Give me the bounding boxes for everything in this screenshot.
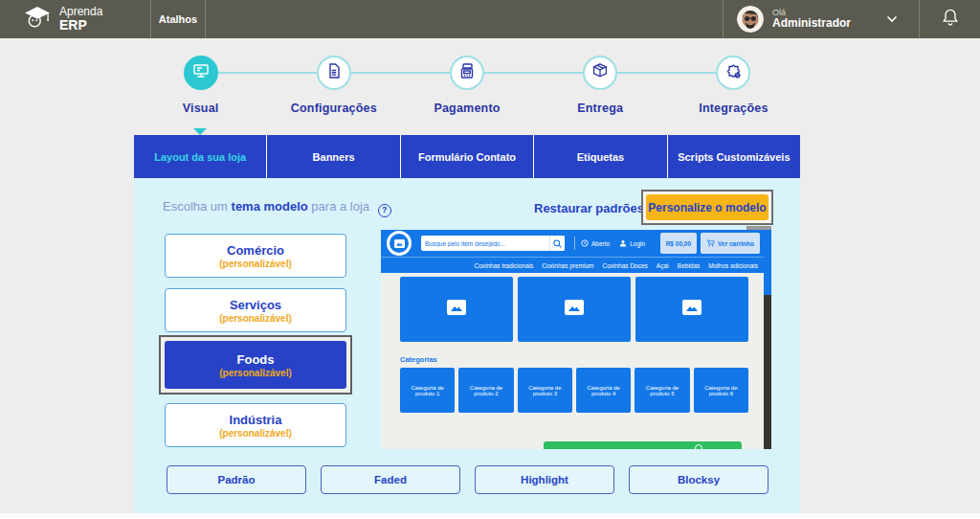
- store-view-cart-button[interactable]: Ver carrinho: [701, 233, 760, 254]
- menu-atalhos[interactable]: Atalhos: [151, 0, 206, 38]
- tab-layout-da-sua-loja[interactable]: Layout da sua loja: [134, 135, 267, 178]
- step-pagamento-circle[interactable]: [450, 56, 484, 90]
- store-cart-total[interactable]: R$ 00,00: [660, 233, 697, 254]
- store-nav-item[interactable]: Coxinhas Doces: [602, 262, 647, 269]
- theme-note: (personalizável): [219, 259, 292, 269]
- store-logo[interactable]: [387, 231, 412, 256]
- theme-card-foods-selected-frame: Foods (personalizável): [159, 335, 352, 395]
- theme-card-industria[interactable]: Indústria (personalizável): [165, 403, 346, 447]
- theme-card-comercio[interactable]: Comércio (personalizável): [165, 234, 346, 278]
- preview-scrollbar-thumb[interactable]: [764, 230, 771, 295]
- variant-blocksy-button[interactable]: Blocksy: [629, 465, 768, 494]
- image-placeholder-icon: [447, 300, 466, 319]
- cart-icon: [706, 239, 715, 248]
- circle-icon: [695, 444, 702, 449]
- step-integracoes[interactable]: Integrações: [667, 50, 800, 126]
- store-preview: Aberto Login R$ 00,00: [381, 230, 771, 449]
- theme-card-servicos[interactable]: Serviços (personalizável): [165, 288, 346, 332]
- variant-highlight-button[interactable]: Highlight: [475, 465, 614, 494]
- store-search-button[interactable]: [549, 236, 565, 251]
- store-green-button[interactable]: [544, 441, 742, 449]
- step-configuracoes[interactable]: Configurações: [267, 50, 400, 126]
- step-pagamento[interactable]: Pagamento: [400, 50, 533, 126]
- stepper: Visual Configurações: [134, 50, 800, 126]
- store-search-input[interactable]: [421, 240, 549, 247]
- user-text: Olá Administrador: [772, 8, 851, 31]
- store-header-divider: [574, 237, 575, 250]
- header-right: Olá Administrador: [723, 0, 980, 38]
- tab-banners[interactable]: Banners: [267, 135, 400, 178]
- categories-label: Categorias: [400, 355, 771, 364]
- theme-name: Foods: [237, 352, 275, 367]
- banner-card[interactable]: [400, 277, 513, 342]
- store-nav: Coxinhas tradicionais Coxinhas premium C…: [381, 257, 771, 273]
- image-placeholder-icon: [565, 300, 584, 319]
- category-chip[interactable]: Categoria de produto 6: [694, 368, 748, 413]
- preview-scrollbar-track: [764, 230, 771, 449]
- store-login[interactable]: Login: [619, 239, 645, 248]
- personalize-highlight-frame: Personalize o modelo: [641, 190, 773, 225]
- store-banners: [400, 277, 748, 342]
- store-status-open: Aberto: [581, 239, 610, 248]
- category-chip[interactable]: Categoria de produto 4: [576, 368, 631, 413]
- step-configuracoes-circle[interactable]: [317, 56, 351, 90]
- step-entrega-label: Entrega: [577, 102, 623, 115]
- personalize-button[interactable]: Personalize o modelo: [646, 194, 768, 220]
- tab-scripts-customizaveis[interactable]: Scripts Customizáveis: [668, 135, 800, 178]
- search-icon: [553, 237, 562, 251]
- tab-etiquetas[interactable]: Etiquetas: [534, 135, 667, 178]
- theme-name: Serviços: [230, 298, 281, 312]
- screen: Aprenda ERP Atalhos: [0, 0, 980, 519]
- store-header: Aberto Login R$ 00,00: [381, 230, 771, 257]
- theme-prompt: Escolha um tema modelo para a loja ?: [163, 199, 391, 217]
- help-icon[interactable]: ?: [378, 204, 391, 217]
- user-menu[interactable]: Olá Administrador: [724, 6, 919, 33]
- store-nav-item[interactable]: Bebidas: [678, 262, 701, 269]
- step-configuracoes-label: Configurações: [291, 102, 377, 115]
- active-step-indicator: [193, 128, 207, 135]
- bottom-strip: [0, 513, 980, 519]
- tab-formulario-contato[interactable]: Formulário Contato: [401, 135, 534, 178]
- graduation-cap-icon: [23, 6, 52, 33]
- notifications-button[interactable]: [919, 0, 980, 38]
- banner-card[interactable]: [518, 277, 631, 342]
- brand-text: Aprenda ERP: [59, 6, 102, 32]
- brand-logo[interactable]: Aprenda ERP: [0, 0, 151, 38]
- store-nav-item[interactable]: Molhos adicionais: [708, 262, 758, 269]
- payment-terminal-icon: [458, 62, 476, 83]
- restore-defaults-link[interactable]: Restaurar padrões: [534, 201, 644, 215]
- step-entrega-circle[interactable]: [583, 56, 617, 90]
- app-header: Aprenda ERP Atalhos: [0, 0, 980, 38]
- category-chip[interactable]: Categoria de produto 3: [518, 368, 572, 413]
- step-integracoes-label: Integrações: [699, 102, 768, 115]
- theme-name: Indústria: [230, 413, 282, 427]
- variant-faded-button[interactable]: Faded: [321, 465, 460, 494]
- theme-card-foods[interactable]: Foods (personalizável): [165, 341, 346, 389]
- store-nav-item[interactable]: Coxinhas premium: [542, 262, 593, 269]
- step-entrega[interactable]: Entrega: [534, 50, 667, 126]
- bell-icon: [942, 8, 959, 31]
- step-visual[interactable]: Visual: [134, 50, 267, 126]
- avatar: [737, 6, 764, 33]
- monitor-icon: [192, 62, 210, 83]
- store-header-chips: R$ 00,00 Ver carrinho: [660, 233, 760, 254]
- category-chips: Categoria de produto 1 Categoria de prod…: [400, 368, 748, 413]
- store-nav-item[interactable]: Coxinhas tradicionais: [475, 262, 534, 269]
- banner-card[interactable]: [635, 277, 748, 342]
- theme-note: (personalizável): [219, 313, 292, 324]
- category-chip[interactable]: Categoria de produto 5: [635, 368, 689, 413]
- theme-name: Comércio: [227, 243, 284, 258]
- step-visual-circle[interactable]: [184, 56, 218, 90]
- step-visual-label: Visual: [183, 102, 219, 115]
- variant-padrao-button[interactable]: Padrão: [167, 465, 306, 494]
- chevron-down-icon[interactable]: [886, 15, 898, 23]
- store-search: [421, 236, 565, 251]
- document-icon: [325, 62, 343, 83]
- category-chip[interactable]: Categoria de produto 1: [400, 368, 455, 413]
- clock-icon: [581, 239, 589, 248]
- step-integracoes-circle[interactable]: [716, 56, 750, 90]
- layout-panel: Escolha um tema modelo para a loja ? Res…: [134, 178, 800, 513]
- category-chip[interactable]: Categoria de produto 2: [458, 368, 513, 413]
- store-nav-item[interactable]: Açaí: [657, 262, 669, 269]
- section-tabs: Layout da sua loja Banners Formulário Co…: [134, 135, 800, 178]
